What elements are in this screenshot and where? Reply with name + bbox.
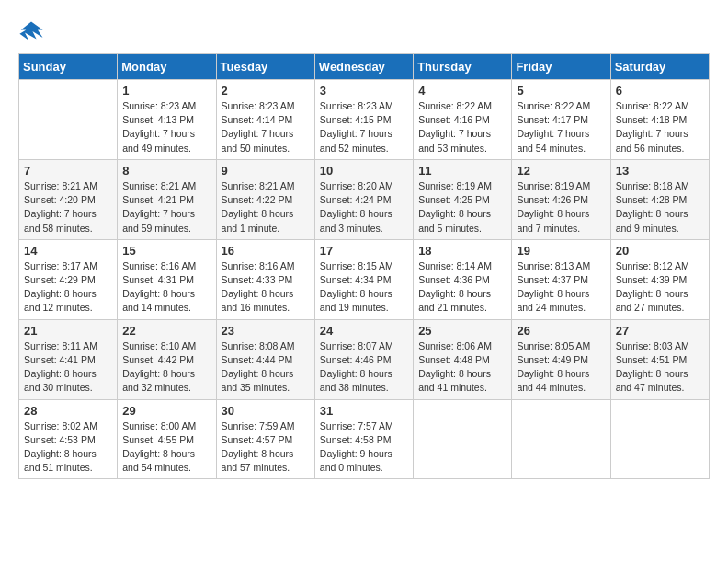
calendar-week-row: 28Sunrise: 8:02 AMSunset: 4:53 PMDayligh… bbox=[19, 399, 710, 479]
calendar-header-tuesday: Tuesday bbox=[216, 54, 314, 80]
calendar-cell: 16Sunrise: 8:16 AMSunset: 4:33 PMDayligh… bbox=[216, 239, 314, 319]
day-info: Sunrise: 8:08 AMSunset: 4:44 PMDaylight:… bbox=[222, 339, 310, 396]
day-info: Sunrise: 8:03 AMSunset: 4:51 PMDaylight:… bbox=[616, 339, 704, 396]
calendar-cell bbox=[414, 399, 512, 479]
calendar-header-sunday: Sunday bbox=[19, 54, 118, 80]
day-info: Sunrise: 8:21 AMSunset: 4:20 PMDaylight:… bbox=[24, 179, 112, 236]
day-number: 5 bbox=[517, 84, 605, 98]
calendar-week-row: 21Sunrise: 8:11 AMSunset: 4:41 PMDayligh… bbox=[19, 319, 710, 399]
calendar-cell: 14Sunrise: 8:17 AMSunset: 4:29 PMDayligh… bbox=[19, 239, 118, 319]
day-info: Sunrise: 8:00 AMSunset: 4:55 PMDaylight:… bbox=[122, 419, 210, 476]
day-info: Sunrise: 8:12 AMSunset: 4:39 PMDaylight:… bbox=[616, 259, 704, 316]
day-number: 13 bbox=[616, 164, 704, 178]
calendar-header-thursday: Thursday bbox=[414, 54, 512, 80]
day-number: 8 bbox=[122, 164, 210, 178]
calendar-cell: 8Sunrise: 8:21 AMSunset: 4:21 PMDaylight… bbox=[118, 159, 216, 239]
calendar-cell: 26Sunrise: 8:05 AMSunset: 4:49 PMDayligh… bbox=[512, 319, 610, 399]
calendar-cell: 22Sunrise: 8:10 AMSunset: 4:42 PMDayligh… bbox=[118, 319, 216, 399]
calendar-cell: 28Sunrise: 8:02 AMSunset: 4:53 PMDayligh… bbox=[19, 399, 118, 479]
calendar-cell: 29Sunrise: 8:00 AMSunset: 4:55 PMDayligh… bbox=[118, 399, 216, 479]
calendar-header-saturday: Saturday bbox=[610, 54, 709, 80]
day-number: 20 bbox=[616, 244, 704, 258]
day-info: Sunrise: 8:07 AMSunset: 4:46 PMDaylight:… bbox=[320, 339, 408, 396]
day-info: Sunrise: 7:59 AMSunset: 4:57 PMDaylight:… bbox=[222, 419, 310, 476]
day-info: Sunrise: 8:20 AMSunset: 4:24 PMDaylight:… bbox=[320, 179, 408, 236]
day-info: Sunrise: 8:23 AMSunset: 4:15 PMDaylight:… bbox=[320, 99, 408, 155]
calendar-cell: 6Sunrise: 8:22 AMSunset: 4:18 PMDaylight… bbox=[610, 80, 709, 160]
day-number: 30 bbox=[222, 404, 310, 418]
day-number: 18 bbox=[418, 244, 506, 258]
day-number: 12 bbox=[517, 164, 605, 178]
day-info: Sunrise: 8:15 AMSunset: 4:34 PMDaylight:… bbox=[320, 259, 408, 316]
day-number: 19 bbox=[517, 244, 605, 258]
day-number: 3 bbox=[320, 84, 408, 98]
calendar-cell: 31Sunrise: 7:57 AMSunset: 4:58 PMDayligh… bbox=[314, 399, 413, 479]
calendar-cell: 27Sunrise: 8:03 AMSunset: 4:51 PMDayligh… bbox=[610, 319, 709, 399]
calendar-cell: 17Sunrise: 8:15 AMSunset: 4:34 PMDayligh… bbox=[314, 239, 413, 319]
calendar-cell: 5Sunrise: 8:22 AMSunset: 4:17 PMDaylight… bbox=[512, 80, 610, 160]
calendar-cell: 10Sunrise: 8:20 AMSunset: 4:24 PMDayligh… bbox=[314, 159, 413, 239]
page-header bbox=[18, 18, 710, 44]
calendar-header-friday: Friday bbox=[512, 54, 610, 80]
day-info: Sunrise: 8:10 AMSunset: 4:42 PMDaylight:… bbox=[122, 339, 210, 396]
svg-marker-0 bbox=[19, 22, 42, 40]
day-number: 24 bbox=[320, 324, 408, 338]
day-info: Sunrise: 8:16 AMSunset: 4:31 PMDaylight:… bbox=[122, 259, 210, 316]
day-info: Sunrise: 8:06 AMSunset: 4:48 PMDaylight:… bbox=[418, 339, 506, 396]
calendar-cell: 19Sunrise: 8:13 AMSunset: 4:37 PMDayligh… bbox=[512, 239, 610, 319]
day-number: 4 bbox=[418, 84, 506, 98]
day-number: 11 bbox=[418, 164, 506, 178]
day-number: 17 bbox=[320, 244, 408, 258]
day-number: 22 bbox=[122, 324, 210, 338]
calendar-week-row: 14Sunrise: 8:17 AMSunset: 4:29 PMDayligh… bbox=[19, 239, 710, 319]
day-number: 21 bbox=[24, 324, 112, 338]
day-number: 14 bbox=[24, 244, 112, 258]
day-info: Sunrise: 7:57 AMSunset: 4:58 PMDaylight:… bbox=[320, 419, 408, 476]
calendar-week-row: 1Sunrise: 8:23 AMSunset: 4:13 PMDaylight… bbox=[19, 80, 710, 160]
calendar-header-row: SundayMondayTuesdayWednesdayThursdayFrid… bbox=[19, 54, 710, 80]
day-info: Sunrise: 8:22 AMSunset: 4:17 PMDaylight:… bbox=[517, 99, 605, 155]
day-number: 23 bbox=[222, 324, 310, 338]
calendar-cell bbox=[19, 80, 118, 160]
day-number: 6 bbox=[616, 84, 704, 98]
calendar-cell: 24Sunrise: 8:07 AMSunset: 4:46 PMDayligh… bbox=[314, 319, 413, 399]
day-info: Sunrise: 8:23 AMSunset: 4:13 PMDaylight:… bbox=[122, 99, 210, 155]
day-info: Sunrise: 8:02 AMSunset: 4:53 PMDaylight:… bbox=[24, 419, 112, 476]
calendar-cell: 11Sunrise: 8:19 AMSunset: 4:25 PMDayligh… bbox=[414, 159, 512, 239]
calendar-cell: 18Sunrise: 8:14 AMSunset: 4:36 PMDayligh… bbox=[414, 239, 512, 319]
day-info: Sunrise: 8:21 AMSunset: 4:22 PMDaylight:… bbox=[222, 179, 310, 236]
calendar-cell: 12Sunrise: 8:19 AMSunset: 4:26 PMDayligh… bbox=[512, 159, 610, 239]
day-info: Sunrise: 8:18 AMSunset: 4:28 PMDaylight:… bbox=[616, 179, 704, 236]
calendar-cell: 25Sunrise: 8:06 AMSunset: 4:48 PMDayligh… bbox=[414, 319, 512, 399]
day-info: Sunrise: 8:17 AMSunset: 4:29 PMDaylight:… bbox=[24, 259, 112, 316]
day-number: 1 bbox=[122, 84, 210, 98]
day-number: 25 bbox=[418, 324, 506, 338]
day-number: 16 bbox=[222, 244, 310, 258]
calendar-cell: 20Sunrise: 8:12 AMSunset: 4:39 PMDayligh… bbox=[610, 239, 709, 319]
day-info: Sunrise: 8:23 AMSunset: 4:14 PMDaylight:… bbox=[222, 99, 310, 155]
day-number: 2 bbox=[222, 84, 310, 98]
calendar-cell: 13Sunrise: 8:18 AMSunset: 4:28 PMDayligh… bbox=[610, 159, 709, 239]
calendar-cell: 1Sunrise: 8:23 AMSunset: 4:13 PMDaylight… bbox=[118, 80, 216, 160]
calendar-cell: 9Sunrise: 8:21 AMSunset: 4:22 PMDaylight… bbox=[216, 159, 314, 239]
logo bbox=[18, 18, 48, 44]
day-number: 27 bbox=[616, 324, 704, 338]
day-info: Sunrise: 8:14 AMSunset: 4:36 PMDaylight:… bbox=[418, 259, 506, 316]
day-info: Sunrise: 8:05 AMSunset: 4:49 PMDaylight:… bbox=[517, 339, 605, 396]
day-info: Sunrise: 8:11 AMSunset: 4:41 PMDaylight:… bbox=[24, 339, 112, 396]
day-info: Sunrise: 8:16 AMSunset: 4:33 PMDaylight:… bbox=[222, 259, 310, 316]
calendar-cell bbox=[512, 399, 610, 479]
day-info: Sunrise: 8:13 AMSunset: 4:37 PMDaylight:… bbox=[517, 259, 605, 316]
day-number: 31 bbox=[320, 404, 408, 418]
calendar-cell: 30Sunrise: 7:59 AMSunset: 4:57 PMDayligh… bbox=[216, 399, 314, 479]
day-info: Sunrise: 8:22 AMSunset: 4:16 PMDaylight:… bbox=[418, 99, 506, 155]
calendar-cell: 21Sunrise: 8:11 AMSunset: 4:41 PMDayligh… bbox=[19, 319, 118, 399]
calendar-cell: 2Sunrise: 8:23 AMSunset: 4:14 PMDaylight… bbox=[216, 80, 314, 160]
calendar-week-row: 7Sunrise: 8:21 AMSunset: 4:20 PMDaylight… bbox=[19, 159, 710, 239]
day-number: 28 bbox=[24, 404, 112, 418]
day-info: Sunrise: 8:21 AMSunset: 4:21 PMDaylight:… bbox=[122, 179, 210, 236]
day-number: 7 bbox=[24, 164, 112, 178]
day-info: Sunrise: 8:19 AMSunset: 4:26 PMDaylight:… bbox=[517, 179, 605, 236]
logo-bird-icon bbox=[18, 18, 44, 44]
day-number: 26 bbox=[517, 324, 605, 338]
